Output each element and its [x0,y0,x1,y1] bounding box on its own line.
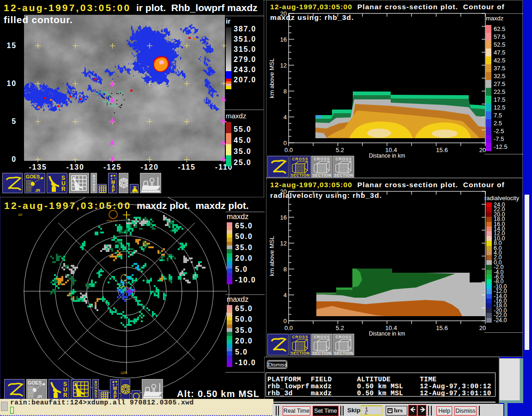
svg-text:SECTION: SECTION [312,173,331,177]
svg-text:.IR: .IR [36,394,42,399]
svg-text:S: S [95,394,97,398]
svg-text:GOES: GOES [26,174,40,179]
svg-text:R: R [61,186,66,192]
svg-text:CROSS: CROSS [314,335,330,339]
svg-text:SECTION: SECTION [290,173,309,177]
svg-text:GOES: GOES [28,380,42,385]
svg-text:.IR: .IR [35,188,40,193]
svg-text:SECTION: SECTION [312,351,331,355]
svg-text:CROSS: CROSS [335,335,351,339]
svg-text:CROSS: CROSS [292,335,308,339]
svg-text:10: 10 [18,213,22,217]
svg-text:km above MSL: km above MSL [268,236,275,276]
svg-text:CROSS: CROSS [292,157,308,161]
svg-text:CROSS: CROSS [335,157,351,161]
svg-text:P: P [114,394,117,399]
svg-text:CROSS: CROSS [314,157,330,161]
svg-text:SECTION: SECTION [334,351,353,355]
svg-text:R: R [63,392,67,398]
svg-text:-125: -125 [120,371,127,375]
svg-text:wha-mat: wha-mat [106,219,117,222]
svg-text:SECTION: SECTION [290,351,309,355]
svg-text:S: S [93,188,95,192]
svg-text:km above MSL: km above MSL [268,58,275,98]
svg-text:P: P [112,188,115,193]
svg-text:SECTION: SECTION [334,173,353,177]
